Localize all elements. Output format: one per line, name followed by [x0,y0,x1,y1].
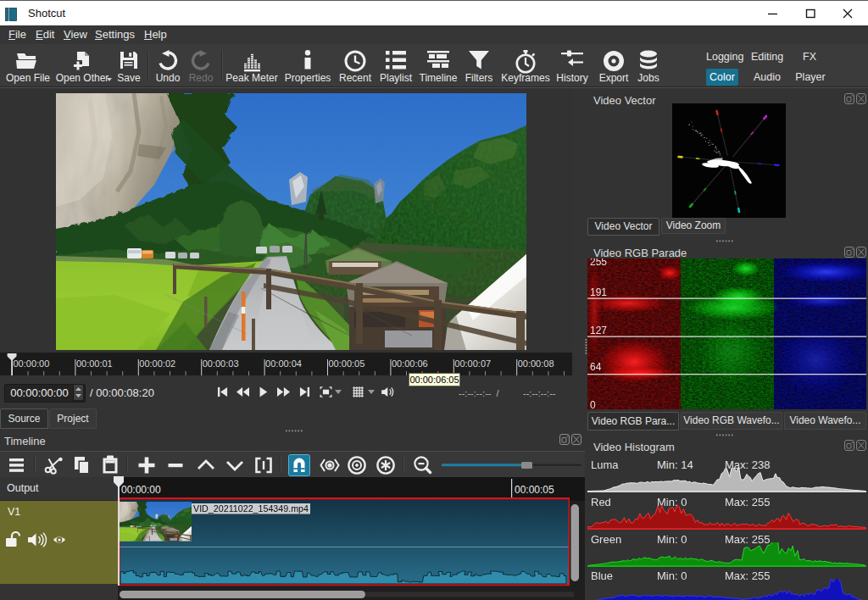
svg-text:0: 0 [590,399,596,409]
svg-text:00:00:07: 00:00:07 [454,358,491,369]
svg-text:00:00:03: 00:00:03 [203,358,239,369]
svg-text:64: 64 [590,361,602,373]
svg-text:VID_20211022_154349.mp4: VID_20211022_154349.mp4 [193,503,309,514]
svg-text:127: 127 [590,325,607,336]
svg-text:00:00:04: 00:00:04 [265,358,302,369]
svg-text:191: 191 [590,286,607,298]
svg-text:00:00:00: 00:00:00 [14,358,50,369]
svg-text:00:00:06: 00:00:06 [392,358,428,369]
svg-text:00:00:02: 00:00:02 [139,358,175,369]
svg-text:00:00:01: 00:00:01 [76,358,113,369]
svg-text:255: 255 [590,258,607,268]
svg-text:00:00:00: 00:00:00 [121,484,161,496]
svg-text:00:00:08: 00:00:08 [518,358,554,369]
svg-text:00:00:05: 00:00:05 [515,484,554,496]
svg-text:00:00:05: 00:00:05 [329,358,365,369]
